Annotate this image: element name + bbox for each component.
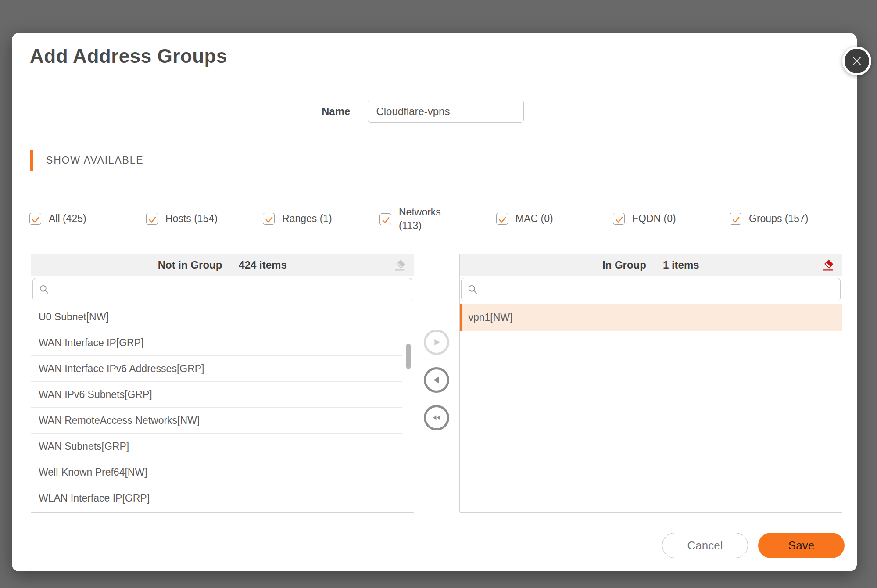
eraser-icon-red[interactable] [821, 258, 835, 272]
filter-label: All (425) [49, 212, 86, 226]
panel-title: Not in Group [158, 259, 222, 271]
list-item[interactable]: WAN Interface IPv6 Addresses[GRP] [31, 356, 402, 382]
eraser-icon-disabled [393, 258, 407, 272]
move-all-left-button[interactable] [424, 405, 449, 430]
list-item[interactable]: WAN Interface IP[GRP] [31, 330, 402, 356]
section-title: SHOW AVAILABLE [46, 154, 143, 166]
filter-mac[interactable]: MAC (0) [496, 212, 613, 226]
filter-ranges[interactable]: Ranges (1) [263, 212, 379, 226]
cancel-button[interactable]: Cancel [662, 533, 748, 558]
add-address-groups-dialog: Add Address Groups Name SHOW AVAILABLE A… [12, 33, 857, 571]
filter-fqdn[interactable]: FQDN (0) [613, 212, 730, 226]
in-group-panel: In Group 1 items [459, 254, 843, 513]
section-accent-bar [30, 150, 33, 171]
not-in-group-header: Not in Group 424 items [31, 254, 414, 276]
search-icon [467, 284, 479, 295]
checkbox-icon[interactable] [496, 213, 508, 225]
not-in-group-list: U0 Subnet[NW]WAN Interface IP[GRP]WAN In… [31, 304, 414, 511]
in-group-list: vpn1[NW] [460, 304, 842, 331]
in-group-header: In Group 1 items [460, 254, 842, 276]
save-button[interactable]: Save [758, 533, 845, 558]
close-button[interactable] [842, 47, 871, 75]
in-group-searchbox [461, 278, 841, 301]
list-item[interactable]: Well-Known Pref64[NW] [31, 459, 402, 485]
name-input[interactable] [368, 100, 524, 123]
close-x-icon [851, 55, 863, 67]
not-in-group-panel: Not in Group 424 items [31, 254, 414, 513]
filter-networks[interactable]: Networks (113) [379, 205, 496, 233]
double-arrow-left-icon [430, 411, 443, 424]
show-available-section: SHOW AVAILABLE [30, 150, 143, 171]
checkbox-icon[interactable] [613, 213, 625, 225]
filter-label: Groups (157) [749, 212, 809, 226]
search-icon [39, 284, 50, 295]
list-item[interactable]: WAN RemoteAccess Networks[NW] [31, 408, 402, 434]
panel-count: 424 items [239, 259, 286, 271]
checkbox-icon[interactable] [263, 213, 275, 225]
modal-backdrop: Add Address Groups Name SHOW AVAILABLE A… [0, 0, 877, 588]
filter-label: FQDN (0) [632, 212, 676, 226]
filter-all[interactable]: All (425) [29, 212, 146, 226]
list-item[interactable]: WAN IPv6 Subnets[GRP] [31, 382, 402, 408]
filter-hosts[interactable]: Hosts (154) [146, 212, 263, 226]
panel-title: In Group [602, 259, 646, 271]
dual-list-area: Not in Group 424 items [31, 254, 842, 513]
filter-label: MAC (0) [515, 212, 553, 226]
dialog-title: Add Address Groups [30, 45, 227, 67]
arrow-right-icon [430, 336, 443, 349]
move-right-button[interactable] [424, 330, 449, 355]
list-item[interactable]: vpn1[NW] [460, 304, 842, 331]
scrollbar-track [402, 301, 402, 512]
panel-count: 1 items [663, 259, 699, 271]
list-item[interactable]: WAN Subnets[GRP] [31, 434, 402, 459]
not-in-group-searchbox [32, 278, 412, 301]
not-in-group-list-wrap: U0 Subnet[NW]WAN Interface IP[GRP]WAN In… [31, 301, 414, 512]
filter-label: Networks (113) [399, 205, 441, 233]
filter-row: All (425)Hosts (154)Ranges (1)Networks (… [29, 199, 852, 239]
arrow-left-icon [430, 373, 443, 387]
filter-groups[interactable]: Groups (157) [730, 212, 846, 226]
in-group-list-wrap: vpn1[NW] [460, 301, 842, 512]
list-item[interactable]: WLAN Interface IP[GRP] [31, 485, 402, 511]
checkbox-icon[interactable] [146, 213, 158, 225]
scrollbar-thumb[interactable] [406, 344, 411, 369]
move-left-button[interactable] [424, 367, 449, 393]
checkbox-icon[interactable] [379, 213, 391, 225]
filter-label: Hosts (154) [165, 212, 218, 226]
in-group-search-input[interactable] [483, 284, 835, 296]
list-item[interactable]: U0 Subnet[NW] [31, 304, 402, 330]
name-field-row: Name [322, 100, 524, 123]
checkbox-icon[interactable] [730, 213, 741, 225]
not-in-group-search-input[interactable] [54, 284, 406, 296]
dialog-footer: Cancel Save [662, 533, 845, 558]
transfer-buttons [414, 254, 459, 513]
name-label: Name [322, 105, 350, 118]
checkbox-icon[interactable] [29, 213, 41, 225]
filter-label: Ranges (1) [282, 212, 332, 226]
